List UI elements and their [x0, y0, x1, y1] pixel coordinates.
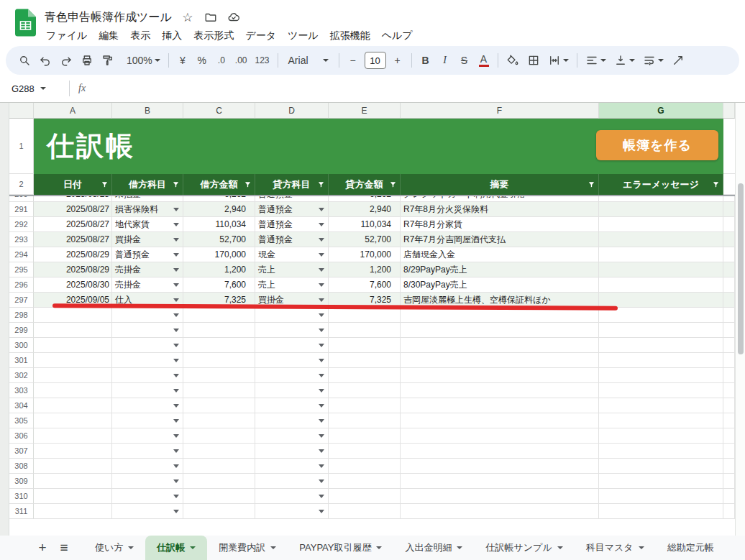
cell-credit-account[interactable] [255, 459, 329, 474]
cell-error-message[interactable] [599, 202, 723, 217]
column-header-E[interactable]: E [329, 103, 401, 119]
dropdown-arrow-icon[interactable] [173, 223, 179, 226]
cell-date[interactable] [34, 368, 112, 383]
cell-credit-account[interactable] [255, 444, 329, 459]
cell-credit-amount[interactable] [329, 338, 401, 353]
cell-debit-account[interactable] [112, 353, 183, 368]
cell-summary[interactable]: 店舗現金入金 [401, 247, 599, 262]
cell-debit-amount[interactable] [183, 338, 255, 353]
dropdown-arrow-icon[interactable] [173, 404, 179, 408]
cell-error-message[interactable] [599, 444, 723, 459]
cell-summary[interactable] [401, 353, 599, 368]
dropdown-arrow-icon[interactable] [319, 419, 324, 423]
dropdown-arrow-icon[interactable] [319, 510, 324, 513]
cell-date[interactable] [34, 338, 112, 353]
menu-item[interactable]: 挿入 [156, 27, 188, 45]
cell-debit-amount[interactable]: 52,700 [183, 232, 255, 247]
cell-credit-amount[interactable] [329, 398, 401, 413]
cell-debit-account[interactable] [112, 489, 183, 504]
cell-credit-amount[interactable] [329, 308, 401, 323]
cell-credit-amount[interactable]: 2,940 [329, 202, 401, 217]
cell-debit-amount[interactable]: 110,034 [183, 217, 255, 232]
cell-error-message[interactable] [599, 398, 723, 413]
font-size-input[interactable]: 10 [365, 52, 386, 69]
cell-debit-account[interactable] [112, 368, 183, 383]
cell-date[interactable]: 2025/08/27 [34, 232, 112, 247]
dropdown-arrow-icon[interactable] [319, 464, 324, 468]
dropdown-arrow-icon[interactable] [173, 374, 179, 377]
sheet-tab-3[interactable]: 開業費内訳 [207, 536, 288, 560]
format-currency-button[interactable]: ¥ [173, 50, 192, 70]
cell-debit-account[interactable]: 未払金 [112, 196, 183, 202]
cell-error-message[interactable] [599, 247, 723, 262]
sheets-logo-icon[interactable] [15, 9, 36, 37]
cell-debit-amount[interactable] [183, 323, 255, 338]
cell-error-message[interactable] [599, 338, 723, 353]
dropdown-arrow-icon[interactable] [173, 359, 179, 362]
sheet-tab-1[interactable]: 使い方 [83, 536, 145, 560]
cell-credit-amount[interactable]: 52,700 [329, 232, 401, 247]
cell-debit-amount[interactable] [183, 474, 255, 489]
header-A[interactable]: 日付 [34, 174, 112, 195]
dropdown-arrow-icon[interactable] [319, 223, 324, 226]
menu-item[interactable]: ファイル [40, 27, 93, 45]
dropdown-arrow-icon[interactable] [319, 268, 324, 272]
chevron-down-icon[interactable] [128, 546, 134, 549]
header-D[interactable]: 貸方科目 [255, 174, 329, 195]
cell-credit-account[interactable] [255, 338, 329, 353]
cell-credit-amount[interactable] [329, 444, 401, 459]
column-header-D[interactable]: D [255, 103, 329, 119]
more-formats-button[interactable]: 123 [252, 50, 273, 70]
cell-credit-amount[interactable] [329, 353, 401, 368]
cell-summary[interactable] [401, 444, 599, 459]
cell-credit-account[interactable]: 普通預金 [255, 217, 329, 232]
menu-item[interactable]: ヘルプ [376, 27, 419, 45]
dropdown-arrow-icon[interactable] [319, 495, 324, 498]
cell-summary[interactable] [401, 474, 599, 489]
move-folder-icon[interactable] [204, 10, 218, 24]
cell-error-message[interactable] [599, 368, 723, 383]
cell-debit-account[interactable]: 地代家賃 [112, 217, 183, 232]
cell-summary[interactable] [401, 413, 599, 428]
column-header-G[interactable]: G [599, 103, 723, 119]
cell-summary[interactable]: 8/29PayPay売上 [401, 262, 599, 277]
cell-summary[interactable] [401, 428, 599, 444]
chevron-down-icon[interactable] [270, 546, 276, 549]
cell-credit-amount[interactable]: 170,000 [329, 247, 401, 262]
cell-error-message[interactable] [599, 353, 723, 368]
cell-debit-amount[interactable] [183, 353, 255, 368]
cell-credit-account[interactable] [255, 323, 329, 338]
cell-debit-amount[interactable] [183, 383, 255, 398]
cell-debit-amount[interactable] [183, 489, 255, 504]
dropdown-arrow-icon[interactable] [173, 464, 179, 468]
cell-error-message[interactable] [599, 196, 723, 202]
sheet-tab-7[interactable]: 科目マスタ [575, 536, 656, 560]
cell-debit-amount[interactable] [183, 504, 255, 519]
filter-icon[interactable] [588, 180, 595, 188]
dropdown-arrow-icon[interactable] [173, 344, 179, 347]
cell-debit-account[interactable]: 買掛金 [112, 232, 183, 247]
cell-credit-amount[interactable] [329, 489, 401, 504]
dropdown-arrow-icon[interactable] [173, 479, 179, 483]
dropdown-arrow-icon[interactable] [173, 419, 179, 423]
cell-credit-account[interactable] [255, 413, 329, 428]
header-F[interactable]: 摘要 [401, 174, 599, 195]
filter-icon[interactable] [172, 180, 180, 188]
cell-credit-amount[interactable]: 6,262 [329, 196, 401, 202]
sheet-tab-2[interactable]: 仕訳帳 [145, 536, 207, 560]
dropdown-arrow-icon[interactable] [319, 283, 324, 287]
sheet-tab-6[interactable]: 仕訳帳サンプル [474, 536, 574, 560]
scrollbar-thumb[interactable] [738, 183, 744, 354]
dropdown-arrow-icon[interactable] [319, 389, 324, 393]
column-header-A[interactable]: A [34, 103, 112, 119]
cell-date[interactable] [34, 489, 112, 504]
cell-credit-account[interactable] [255, 489, 329, 504]
cell-credit-account[interactable] [255, 398, 329, 413]
cell-error-message[interactable] [599, 232, 723, 247]
chevron-down-icon[interactable] [376, 546, 382, 549]
cell-date[interactable]: 2025/08/29 [34, 247, 112, 262]
menu-item[interactable]: ツール [282, 27, 324, 45]
borders-icon[interactable] [524, 50, 544, 70]
cell-credit-amount[interactable]: 1,200 [329, 262, 401, 277]
cell-summary[interactable]: R7年8月分火災保険料 [401, 202, 599, 217]
